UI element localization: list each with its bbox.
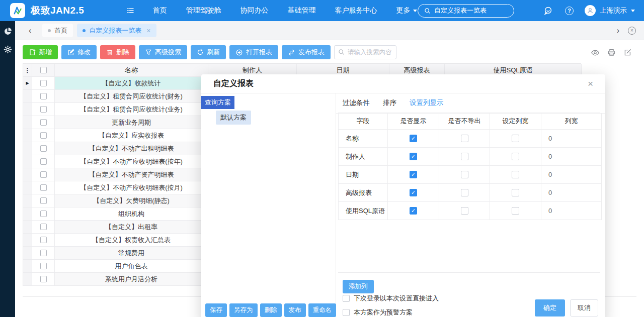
select-all-cell — [32, 64, 55, 77]
show-checkbox[interactable]: ✓ — [410, 153, 417, 160]
option-warning-plan[interactable]: 本方案作为预警方案 — [343, 308, 413, 317]
set-width-checkbox[interactable] — [512, 171, 519, 178]
tab-report-list[interactable]: 自定义报表一览表 × — [77, 24, 156, 37]
show-checkbox[interactable]: ✓ — [410, 207, 417, 215]
plan-actions: 保存另存为删除发布重命名 — [205, 303, 336, 317]
confirm-button[interactable]: 确定 — [535, 299, 565, 316]
option-login-direct[interactable]: 下次登录以本次设置直接进入 — [343, 294, 439, 303]
plan-action-button[interactable]: 发布 — [284, 303, 306, 317]
grid-cell-set-width — [490, 184, 541, 202]
grid-cell-field: 制作人 — [339, 148, 388, 166]
row-checkbox[interactable] — [40, 210, 47, 217]
print-icon[interactable] — [607, 48, 616, 57]
app-logo[interactable] — [10, 3, 25, 18]
no-export-checkbox[interactable] — [461, 207, 468, 215]
row-checkbox[interactable] — [40, 93, 47, 99]
row-checkbox[interactable] — [40, 158, 47, 165]
tabs-scroll-right-icon[interactable]: › — [617, 27, 619, 35]
grid-cell-width: 0 — [541, 184, 602, 202]
top-navbar: 极致JAN2.5 首页管理驾驶舱协同办公基础管理客户服务中心 更多 自定义报表一… — [0, 0, 644, 21]
nav-menu-item[interactable]: 客户服务中心 — [335, 6, 377, 15]
option-login-checkbox[interactable] — [343, 295, 350, 302]
row-checkbox[interactable] — [40, 132, 47, 139]
show-checkbox[interactable]: ✓ — [410, 135, 417, 142]
grid-cell-width: 0 — [541, 148, 602, 166]
tree-node-query-plan[interactable]: 查询方案 — [201, 96, 234, 109]
user-menu[interactable]: 上海演示 — [585, 5, 635, 16]
user-chevron-down-icon — [631, 10, 635, 12]
nav-more[interactable]: 更多 — [396, 6, 417, 15]
eye-icon[interactable] — [591, 48, 600, 57]
nav-menu-item[interactable]: 基础管理 — [287, 6, 315, 15]
cell-report-name: 【自定义】收款统计 — [55, 77, 208, 90]
set-width-checkbox[interactable] — [512, 207, 519, 215]
message-icon[interactable] — [543, 6, 553, 16]
row-checkbox-cell — [32, 234, 55, 247]
menu-toggle-icon[interactable] — [126, 7, 134, 15]
no-export-checkbox[interactable] — [461, 189, 468, 196]
show-checkbox[interactable]: ✓ — [410, 189, 417, 196]
no-export-checkbox[interactable] — [461, 135, 468, 142]
set-width-checkbox[interactable] — [512, 153, 519, 160]
dialog-close-icon[interactable]: × — [588, 79, 593, 88]
plan-action-button[interactable]: 删除 — [260, 303, 282, 317]
row-menu-dots-icon[interactable]: ⋮ — [23, 64, 32, 77]
no-export-checkbox[interactable] — [461, 171, 468, 178]
row-checkbox[interactable] — [40, 106, 47, 113]
nav-menu-item[interactable]: 协同办公 — [240, 6, 268, 15]
modify-button[interactable]: 修改 — [61, 45, 97, 59]
add-column-button[interactable]: 添加列 — [343, 280, 374, 293]
row-checkbox-cell — [32, 103, 55, 116]
set-width-checkbox[interactable] — [512, 189, 519, 196]
delete-button[interactable]: 删除 — [100, 45, 135, 59]
add-button[interactable]: 新增 — [23, 45, 58, 59]
open-report-button[interactable]: 打开报表 — [229, 45, 278, 59]
refresh-button[interactable]: 刷新 — [191, 45, 226, 59]
row-checkbox[interactable] — [40, 171, 47, 178]
option-warning-checkbox[interactable] — [343, 309, 350, 316]
chevron-down-icon — [413, 10, 417, 12]
help-icon[interactable]: ? — [565, 7, 574, 15]
tab-home[interactable]: 首页 — [42, 24, 73, 37]
global-search[interactable]: 自定义报表一览表 — [418, 4, 514, 18]
nav-menu-item[interactable]: 管理驾驶舱 — [186, 6, 221, 15]
advanced-search-button[interactable]: 高级搜索 — [139, 45, 187, 59]
row-checkbox[interactable] — [40, 250, 47, 256]
close-all-tabs-icon[interactable]: × — [628, 27, 636, 35]
plan-action-button[interactable]: 保存 — [205, 303, 227, 317]
reports-pie-chart-icon[interactable] — [4, 27, 12, 36]
tab-home-label: 首页 — [54, 26, 67, 35]
tree-node-default-plan[interactable]: 默认方案 — [216, 111, 251, 125]
row-checkbox[interactable] — [40, 237, 47, 243]
row-marker-cell — [23, 194, 32, 207]
row-marker-cell — [23, 181, 32, 194]
column-header-name[interactable]: 名称 — [55, 64, 208, 77]
row-checkbox[interactable] — [40, 184, 47, 191]
cancel-button[interactable]: 取消 — [570, 299, 598, 316]
set-width-checkbox[interactable] — [512, 135, 519, 142]
show-checkbox[interactable]: ✓ — [410, 171, 417, 178]
row-checkbox[interactable] — [40, 145, 47, 152]
tab-close-icon[interactable]: × — [146, 27, 150, 35]
cell-report-name: 【自定义】出租率 — [55, 221, 208, 234]
publish-report-button[interactable]: 发布报表 — [282, 45, 331, 59]
settings-gear-icon[interactable] — [4, 45, 12, 54]
select-all-checkbox[interactable] — [40, 67, 47, 73]
grid-cell-no-export — [439, 202, 490, 220]
row-checkbox[interactable] — [40, 80, 47, 86]
row-checkbox[interactable] — [40, 197, 47, 204]
tabs-scroll-left-icon[interactable]: ‹ — [29, 27, 31, 35]
dialog-tab[interactable]: 排序 — [383, 98, 396, 108]
row-checkbox[interactable] — [40, 263, 47, 269]
row-checkbox[interactable] — [40, 276, 47, 282]
row-checkbox[interactable] — [40, 224, 47, 230]
no-export-checkbox[interactable] — [461, 153, 468, 160]
plan-action-button[interactable]: 重命名 — [308, 303, 337, 317]
dialog-tab[interactable]: 过滤条件 — [343, 98, 370, 108]
dialog-tab[interactable]: 设置列显示 — [410, 98, 444, 108]
nav-menu-item[interactable]: 首页 — [152, 6, 167, 15]
row-checkbox[interactable] — [40, 119, 47, 126]
modify-button-label: 修改 — [77, 48, 91, 57]
compose-icon[interactable] — [623, 48, 632, 57]
plan-action-button[interactable]: 另存为 — [229, 303, 258, 317]
